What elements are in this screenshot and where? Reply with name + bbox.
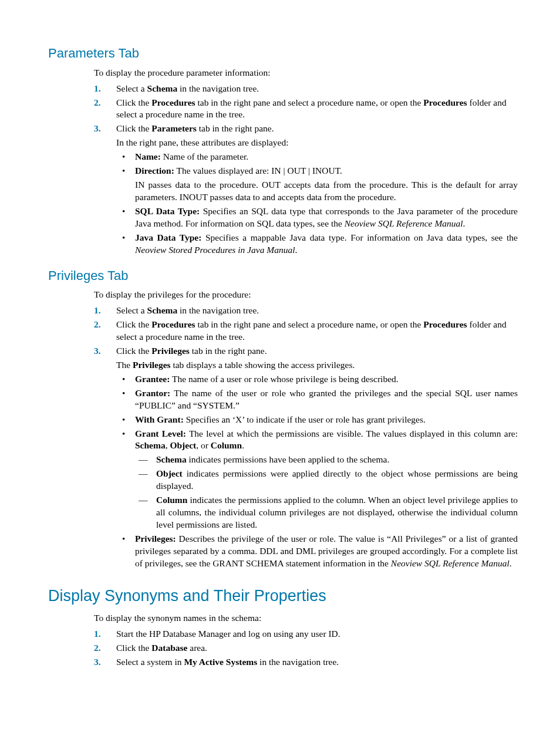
attr-java-data-type: Java Data Type: Specifies a mappable Jav… — [116, 232, 518, 256]
term-my-active-systems: My Active Systems — [184, 657, 257, 667]
term-procedures: Procedures — [151, 319, 195, 329]
attr-name: Name: Name of the parameter. — [116, 151, 518, 163]
term-column: Column — [156, 495, 187, 505]
step-text: Click the Privileges tab in the right pa… — [116, 345, 518, 570]
text: in the navigation tree. — [177, 83, 259, 93]
attr-label: SQL Data Type: — [135, 206, 200, 216]
col-text: The name of a user or role whose privile… — [170, 374, 398, 384]
text: . — [242, 440, 244, 450]
text: in the navigation tree. — [257, 657, 339, 667]
step-number: 3. — [94, 123, 101, 135]
grant-level-values: Schema indicates permissions have been a… — [135, 454, 518, 531]
attr-label: Name: — [135, 151, 161, 161]
text: . — [295, 245, 297, 255]
step-number: 1. — [94, 83, 101, 95]
section-privileges-body: To display the privileges for the proced… — [94, 289, 518, 569]
param-step-2: 2. Click the Procedures tab in the right… — [94, 97, 518, 121]
col-grant-level: Grant Level: The level at which the perm… — [116, 428, 518, 531]
col-grantor: Grantor: The name of the user or role wh… — [116, 387, 518, 412]
priv-step-3: 3. Click the Privileges tab in the right… — [94, 345, 518, 570]
term-schema: Schema — [156, 454, 187, 464]
term-column: Column — [211, 440, 242, 450]
term-procedures: Procedures — [151, 97, 195, 107]
heading-privileges-tab: Privileges Tab — [48, 267, 518, 285]
manual-ref: Neoview SQL Reference Manual — [345, 218, 463, 228]
text: . — [510, 558, 512, 568]
priv-step-2: 2. Click the Procedures tab in the right… — [94, 319, 518, 343]
privileges-steps: 1. Select a Schema in the navigation tre… — [94, 305, 518, 569]
heading-display-synonyms: Display Synonyms and Their Properties — [48, 585, 518, 606]
term-parameters: Parameters — [151, 123, 197, 133]
text: indicates the permissions applied to the… — [156, 495, 518, 529]
term-object: Object — [156, 468, 183, 478]
synonyms-lead: To display the synonym names in the sche… — [94, 612, 518, 625]
text: Select a — [116, 83, 147, 93]
attr-label: Direction: — [135, 166, 174, 175]
text: tab in the right pane. — [190, 346, 267, 356]
parameter-attributes-list: Name: Name of the parameter. Direction: … — [116, 151, 518, 256]
text: in the navigation tree. — [177, 305, 259, 315]
param-step-1: 1. Select a Schema in the navigation tre… — [94, 83, 518, 95]
col-text: Specifies an ‘X’ to indicate if the user… — [184, 414, 426, 424]
text: tab in the right pane and select a proce… — [195, 319, 424, 329]
term-object: Object — [170, 440, 196, 450]
step-text: Click the Procedures tab in the right pa… — [116, 319, 518, 343]
text: Click the — [116, 123, 151, 133]
text: Select a — [116, 305, 147, 315]
col-with-grant: With Grant: Specifies an ‘X’ to indicate… — [116, 414, 518, 426]
text: , or — [196, 440, 211, 450]
privileges-lead: To display the privileges for the proced… — [94, 289, 518, 301]
gl-schema: Schema indicates permissions have been a… — [135, 454, 518, 466]
text: Select a system in — [116, 657, 184, 667]
parameters-steps: 1. Select a Schema in the navigation tre… — [94, 83, 518, 256]
step-number: 2. — [94, 97, 101, 109]
syn-step-3: 3. Select a system in My Active Systems … — [94, 656, 518, 669]
attr-text: Name of the parameter. — [161, 151, 248, 161]
step-text: Click the Parameters tab in the right pa… — [116, 123, 518, 256]
col-privileges: Privileges: Describes the privilege of t… — [116, 533, 518, 570]
text: tab in the right pane and select a proce… — [195, 97, 424, 107]
attr-sql-data-type: SQL Data Type: Specifies an SQL data typ… — [116, 205, 518, 230]
step-number: 1. — [94, 305, 101, 317]
attributes-intro: In the right pane, these attributes are … — [116, 137, 518, 149]
attr-label: Java Data Type: — [135, 232, 201, 242]
text: indicates permissions were applied direc… — [156, 468, 518, 491]
step-text: Select a Schema in the navigation tree. — [116, 305, 518, 317]
section-synonyms-body: To display the synonym names in the sche… — [94, 612, 518, 669]
text: Click the — [116, 346, 151, 356]
attr-text: The values displayed are: IN | OUT | INO… — [174, 166, 342, 175]
col-text: The level at which the permissions are v… — [186, 428, 518, 438]
term-privileges: Privileges — [151, 346, 190, 356]
text: area. — [187, 643, 207, 653]
attr-direction-detail: IN passes data to the procedure. OUT acc… — [135, 179, 518, 204]
text: indicates permissions have been applied … — [187, 454, 390, 464]
step-text: Select a Schema in the navigation tree. — [116, 83, 518, 95]
step-number: 1. — [94, 628, 101, 640]
text: Click the — [116, 643, 151, 653]
heading-parameters-tab: Parameters Tab — [48, 45, 518, 62]
term-procedures: Procedures — [423, 319, 467, 329]
manual-ref: Neoview Stored Procedures in Java Manual — [135, 245, 295, 255]
term-schema: Schema — [135, 440, 166, 450]
col-grantee: Grantee: The name of a user or role whos… — [116, 373, 518, 386]
parameters-lead: To display the procedure parameter infor… — [94, 67, 518, 79]
col-label: Grant Level: — [135, 428, 186, 438]
gl-object: Object indicates permissions were applie… — [135, 468, 518, 492]
syn-step-2: 2. Click the Database area. — [94, 642, 518, 654]
col-label: Grantor: — [135, 388, 170, 398]
term-database: Database — [151, 643, 187, 653]
col-label: Grantee: — [135, 374, 170, 384]
syn-step-1: 1. Start the HP Database Manager and log… — [94, 628, 518, 640]
gl-column: Column indicates the permissions applied… — [135, 494, 518, 531]
step-number: 2. — [94, 642, 101, 654]
term-schema: Schema — [147, 305, 178, 315]
text: tab displays a table showing the access … — [171, 360, 355, 370]
attr-text: Specifies a mappable Java data type. For… — [201, 232, 518, 242]
manual-ref: Neoview SQL Reference Manual — [391, 558, 510, 568]
step-number: 3. — [94, 345, 101, 357]
col-label: With Grant: — [135, 414, 184, 424]
term-privileges: Privileges — [133, 360, 171, 370]
step-number: 2. — [94, 319, 101, 331]
step-text: Click the Procedures tab in the right pa… — [116, 97, 518, 121]
text: . — [463, 218, 465, 228]
